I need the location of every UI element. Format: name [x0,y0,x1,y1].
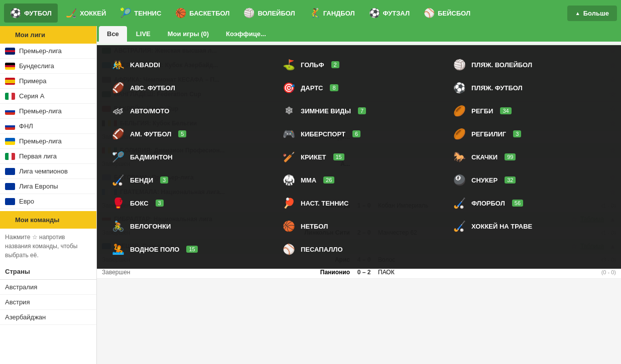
dropdown-item-нетбол[interactable]: 🏀НЕТБОЛ [278,215,440,238]
nav-football[interactable]: ⚽ Футбол [4,4,58,23]
sidebar-item-premier-league-ua[interactable]: Премьер-лига [0,134,96,149]
sidebar-item-champions-league[interactable]: Лига чемпионов [0,164,96,179]
dropdown-item-label: КИБЕРСПОРТ [301,130,345,138]
sport-icon: 🎮 [282,127,296,141]
tab-odds[interactable]: Коэффице... [218,26,274,42]
sidebar-item-bundesliga[interactable]: Бундеслига [0,59,96,74]
dropdown-item-авто/мото[interactable]: 🏎АВТО/МОТО [107,99,270,122]
dropdown-item-скачки[interactable]: 🐎СКАЧКИ99 [448,145,611,168]
tab-all[interactable]: Все [99,26,127,42]
flag-es [5,78,15,85]
sport-icon: 🏐 [452,58,466,72]
dropdown-item-авс.-футбол[interactable]: 🏈АВС. ФУТБОЛ [107,76,270,99]
flag-eu-2 [5,183,15,190]
dropdown-item-регби[interactable]: 🏉РЕГБИ34 [448,99,611,122]
sidebar-item-europa-league[interactable]: Лига Европы [0,179,96,194]
nav-basketball[interactable]: 🏀 Баскетбол [169,4,235,23]
count-badge: 99 [505,153,516,160]
sidebar-item-first-league[interactable]: Первая лига [0,149,96,164]
sidebar-item-australia[interactable]: Австралия [0,280,96,295]
sport-icon: 🏀 [282,219,296,233]
nav-more-button[interactable]: ▲ Больше [567,6,617,21]
count-badge: 15 [186,246,197,253]
dropdown-item-киберспорт[interactable]: 🎮КИБЕРСПОРТ6 [278,122,440,145]
sidebar-item-fnl[interactable]: ФНЛ [0,119,96,134]
sidebar-item-primera[interactable]: Примера [0,74,96,89]
nav-handball[interactable]: 🤾 Гандбол [303,4,361,23]
sport-icon: ⚽ [452,81,466,95]
sidebar-item-serie-a[interactable]: Серия A [0,89,96,104]
count-badge: 56 [512,200,523,207]
dropdown-item-label: БАДМИНТОН [130,153,173,161]
sport-icon: ⚾ [282,242,296,256]
nav-baseball[interactable]: ⚾ Бейсбол [418,4,476,23]
count-badge: 6 [352,130,360,137]
dropdown-item-label: АВТО/МОТО [130,107,169,115]
dropdown-item-label: СНУКЕР [471,176,498,184]
dropdown-item-бенди[interactable]: 🏑БЕНДИ3 [107,168,270,192]
dropdown-item-label: КРИКЕТ [301,153,326,161]
dropdown-item-ам.-футбол[interactable]: 🏈АМ. ФУТБОЛ5 [107,122,270,145]
nav-tennis[interactable]: 🎾 Теннис [114,4,167,23]
flag-ua [5,138,15,145]
nav-hockey[interactable]: 🏒 Хоккей [60,4,112,23]
sport-icon: 🎱 [452,173,466,187]
sidebar-item-premier-league-gb[interactable]: Премьер-лига [0,44,96,59]
flag-de [5,63,15,70]
flag-it [5,93,15,100]
dropdown-item-пляж.-волейбол[interactable]: 🏐ПЛЯЖ. ВОЛЕЙБОЛ [448,53,611,76]
tab-live[interactable]: LIVE [128,26,159,42]
tennis-icon: 🎾 [120,8,131,19]
dropdown-column: ⛳ГОЛЬФ2🎯ДАРТС8❄ЗИМНИЕ ВИДЫ7🎮КИБЕРСПОРТ6🏏… [278,53,440,261]
dropdown-item-мма[interactable]: 🥋ММА26 [278,168,440,192]
dropdown-item-гольф[interactable]: ⛳ГОЛЬФ2 [278,53,440,76]
sidebar-item-austria[interactable]: Австрия [0,295,96,310]
dropdown-item-велогонки[interactable]: 🚴ВЕЛОГОНКИ [107,215,270,238]
dropdown-item-пляж.-футбол[interactable]: ⚽ПЛЯЖ. ФУТБОЛ [448,76,611,99]
dropdown-item-дартс[interactable]: 🎯ДАРТС8 [278,76,440,99]
tab-my-games[interactable]: Мои игры (0) [160,26,217,42]
dropdown-item-песапалло[interactable]: ⚾ПЕСАПАЛЛО [278,238,440,261]
dropdown-item-label: БЕНДИ [130,176,153,184]
my-leagues-title: ★ Мои лиги [0,26,96,44]
sidebar-item-premier-league-ru[interactable]: Премьер-лига [0,104,96,119]
dropdown-item-флорбол[interactable]: 🏑ФЛОРБОЛ56 [448,192,611,215]
dropdown-item-регбилиг[interactable]: 🏉РЕГБИЛИГ3 [448,122,611,145]
dropdown-item-наст.-теннис[interactable]: 🏓НАСТ. ТЕННИС [278,192,440,215]
count-badge: 2 [331,61,339,68]
dropdown-item-label: ВЕЛОГОНКИ [130,223,171,230]
nav-futsal[interactable]: ⚽ Футзал [363,4,416,23]
dropdown-grid: 🤼KABADDI🏈АВС. ФУТБОЛ🏎АВТО/МОТО🏈АМ. ФУТБО… [107,53,611,261]
more-dropdown: 🤼KABADDI🏈АВС. ФУТБОЛ🏎АВТО/МОТО🏈АМ. ФУТБО… [97,45,621,269]
dropdown-item-снукер[interactable]: 🎱СНУКЕР32 [448,168,611,192]
count-badge: 5 [178,130,186,137]
sport-icon: 🏸 [111,150,125,164]
dropdown-item-label: ПЕСАПАЛЛО [301,246,343,253]
dropdown-item-label: АВС. ФУТБОЛ [130,84,175,92]
flag-eu-3 [5,198,15,205]
dropdown-item-бокс[interactable]: 🥊БОКС3 [107,192,270,215]
dropdown-item-водное-поло[interactable]: 🤽ВОДНОЕ ПОЛО15 [107,238,270,261]
dropdown-item-крикет[interactable]: 🏏КРИКЕТ15 [278,145,440,168]
dropdown-item-kabaddi[interactable]: 🤼KABADDI [107,53,270,76]
sidebar: ★ Мои лиги Премьер-лига Бундеслига Приме… [0,26,97,364]
sport-icon: 🤽 [111,242,125,256]
star-icon-2: ★ [5,215,12,225]
count-badge: 26 [323,176,334,184]
sidebar-item-euro[interactable]: Евро [0,194,96,209]
sport-icon: 🥋 [282,173,296,187]
dropdown-item-хоккей-на-траве[interactable]: 🏑ХОККЕЙ НА ТРАВЕ [448,215,611,238]
sport-icon: 🥊 [111,196,125,210]
star-icon: ★ [5,30,12,40]
count-badge: 3 [513,130,521,137]
countries-title: Страны [0,264,96,280]
dropdown-item-label: ЗИМНИЕ ВИДЫ [301,107,351,115]
dropdown-item-зимние-виды[interactable]: ❄ЗИМНИЕ ВИДЫ7 [278,99,440,122]
dropdown-item-label: ХОККЕЙ НА ТРАВЕ [471,223,532,230]
baseball-icon: ⚾ [424,8,435,19]
nav-volleyball[interactable]: 🏐 Волейбол [237,4,301,23]
sidebar-item-azerbaijan[interactable]: Азербайджан [0,310,96,325]
dropdown-item-label: БОКС [130,200,149,207]
dropdown-item-бадминтон[interactable]: 🏸БАДМИНТОН [107,145,270,168]
sport-icon: 🏉 [452,104,466,118]
